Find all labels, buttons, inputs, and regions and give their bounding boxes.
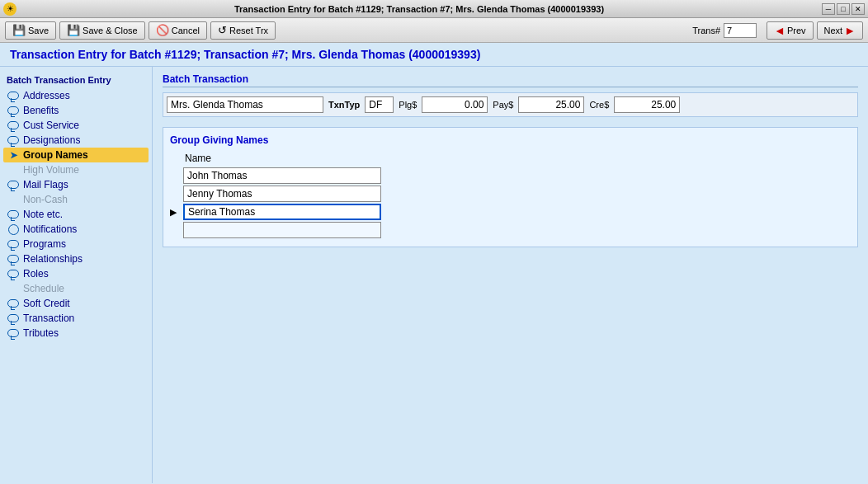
- sidebar-item-benefits-label: Benefits: [23, 105, 59, 116]
- plg-amount-input[interactable]: [422, 96, 488, 113]
- sidebar: Batch Transaction Entry AddressesBenefit…: [0, 67, 153, 483]
- pay-amount-input[interactable]: [518, 96, 584, 113]
- roles-icon: [7, 268, 20, 280]
- sidebar-item-schedule-label: Schedule: [23, 283, 64, 294]
- sidebar-item-transaction[interactable]: Transaction: [3, 311, 149, 326]
- sidebar-item-programs-label: Programs: [23, 238, 66, 250]
- group-giving-names-title: Group Giving Names: [170, 134, 851, 146]
- group-name-input-0[interactable]: [183, 167, 381, 184]
- sidebar-item-roles[interactable]: Roles: [3, 266, 149, 281]
- sidebar-item-group-names[interactable]: ➤Group Names: [3, 148, 149, 162]
- name-row: [170, 167, 851, 184]
- sidebar-item-notifications-label: Notifications: [23, 223, 77, 235]
- cancel-icon: 🚫: [156, 24, 169, 36]
- app-icon: ☀: [3, 2, 17, 16]
- non-cash-icon: [7, 194, 20, 205]
- reset-icon: ↺: [218, 24, 227, 36]
- sidebar-item-roles-label: Roles: [23, 268, 49, 280]
- sidebar-item-mail-flags[interactable]: Mail Flags: [3, 177, 149, 192]
- mail-flags-icon: [7, 179, 20, 190]
- sidebar-item-schedule: Schedule: [3, 281, 149, 296]
- save-icon: 💾: [12, 24, 26, 36]
- cancel-label: Cancel: [172, 26, 200, 35]
- transaction-icon: [7, 312, 20, 324]
- sidebar-item-benefits[interactable]: Benefits: [3, 103, 149, 118]
- content-area: Batch Transaction TxnTyp Plg$ Pay$ Cre$ …: [153, 67, 868, 483]
- pay-label: Pay$: [493, 100, 513, 110]
- toolbar: 💾 Save 💾 Save & Close 🚫 Cancel ↺ Reset T…: [0, 18, 868, 43]
- group-name-input-3[interactable]: [183, 222, 381, 238]
- title-bar-controls: ─ □ ✕: [822, 3, 865, 15]
- benefits-icon: [7, 105, 20, 116]
- row-selector-arrow: ▶: [170, 207, 183, 218]
- plg-label: Plg$: [399, 100, 417, 110]
- save-close-label: Save & Close: [83, 26, 138, 35]
- txn-typ-label: TxnTyp: [328, 100, 360, 110]
- save-close-icon: 💾: [67, 24, 80, 36]
- cancel-button[interactable]: 🚫 Cancel: [149, 21, 207, 40]
- notifications-icon: [7, 223, 20, 235]
- sidebar-item-cust-service[interactable]: Cust Service: [3, 118, 149, 133]
- cre-amount-input[interactable]: [614, 96, 680, 113]
- sidebar-item-group-names-label: Group Names: [23, 149, 88, 161]
- next-label: Next: [824, 26, 843, 35]
- batch-transaction-row: TxnTyp Plg$ Pay$ Cre$: [163, 92, 858, 117]
- trans-num-input[interactable]: [724, 23, 757, 38]
- cust-service-icon: [7, 120, 20, 131]
- relationships-icon: [7, 253, 20, 265]
- name-row: [170, 186, 851, 202]
- trans-num-area: Trans#: [692, 23, 757, 38]
- soft-credit-icon: [7, 298, 20, 309]
- addresses-icon: [7, 90, 20, 101]
- batch-transaction-title: Batch Transaction: [163, 73, 858, 87]
- reset-label: Reset Trx: [229, 26, 268, 35]
- prev-button[interactable]: ◄ Prev: [767, 21, 813, 40]
- note-etc-icon: [7, 209, 20, 220]
- sidebar-item-addresses-label: Addresses: [23, 90, 70, 101]
- sidebar-item-soft-credit-label: Soft Credit: [23, 298, 70, 309]
- txn-typ-input[interactable]: [365, 96, 394, 113]
- high-volume-icon: [7, 164, 20, 176]
- title-bar: ☀ Transaction Entry for Batch #1129; Tra…: [0, 0, 868, 18]
- cre-label: Cre$: [589, 100, 609, 110]
- group-name-input-1[interactable]: [183, 186, 381, 202]
- sidebar-item-addresses[interactable]: Addresses: [3, 88, 149, 103]
- sidebar-item-tributes[interactable]: Tributes: [3, 326, 149, 341]
- close-button[interactable]: ✕: [851, 3, 865, 15]
- title-bar-text: Transaction Entry for Batch #1129; Trans…: [17, 4, 822, 14]
- maximize-button[interactable]: □: [837, 3, 850, 15]
- sidebar-item-notifications[interactable]: Notifications: [3, 222, 149, 237]
- minimize-button[interactable]: ─: [822, 3, 835, 15]
- trans-num-label: Trans#: [692, 26, 720, 35]
- group-giving-names-section: Group Giving Names Name ▶: [163, 127, 858, 247]
- designations-icon: [7, 134, 20, 146]
- next-arrow-icon: ►: [844, 24, 856, 37]
- group-name-input-2[interactable]: [183, 204, 381, 220]
- sidebar-item-note-etc-label: Note etc.: [23, 209, 63, 220]
- next-button[interactable]: Next ►: [817, 21, 863, 40]
- name-col-header: Name: [170, 153, 851, 164]
- save-close-button[interactable]: 💾 Save & Close: [59, 21, 145, 40]
- name-row: ▶: [170, 204, 851, 220]
- sidebar-item-mail-flags-label: Mail Flags: [23, 179, 68, 190]
- sidebar-item-tributes-label: Tributes: [23, 327, 59, 339]
- group-names-icon: ➤: [7, 149, 20, 161]
- sidebar-item-note-etc[interactable]: Note etc.: [3, 207, 149, 222]
- tributes-icon: [7, 327, 20, 339]
- main-layout: Batch Transaction Entry AddressesBenefit…: [0, 67, 868, 483]
- sidebar-item-non-cash: Non-Cash: [3, 192, 149, 207]
- sidebar-item-designations[interactable]: Designations: [3, 133, 149, 148]
- sidebar-item-designations-label: Designations: [23, 134, 80, 146]
- sidebar-item-non-cash-label: Non-Cash: [23, 194, 68, 205]
- sidebar-item-transaction-label: Transaction: [23, 312, 74, 324]
- sidebar-item-soft-credit[interactable]: Soft Credit: [3, 296, 149, 311]
- sidebar-item-relationships[interactable]: Relationships: [3, 251, 149, 266]
- save-label: Save: [28, 26, 49, 35]
- sidebar-item-high-volume-label: High Volume: [23, 164, 79, 176]
- programs-icon: [7, 238, 20, 250]
- donor-name-field[interactable]: [167, 96, 323, 113]
- sidebar-item-relationships-label: Relationships: [23, 253, 83, 265]
- save-button[interactable]: 💾 Save: [5, 21, 56, 40]
- reset-trx-button[interactable]: ↺ Reset Trx: [210, 21, 276, 40]
- sidebar-item-programs[interactable]: Programs: [3, 237, 149, 251]
